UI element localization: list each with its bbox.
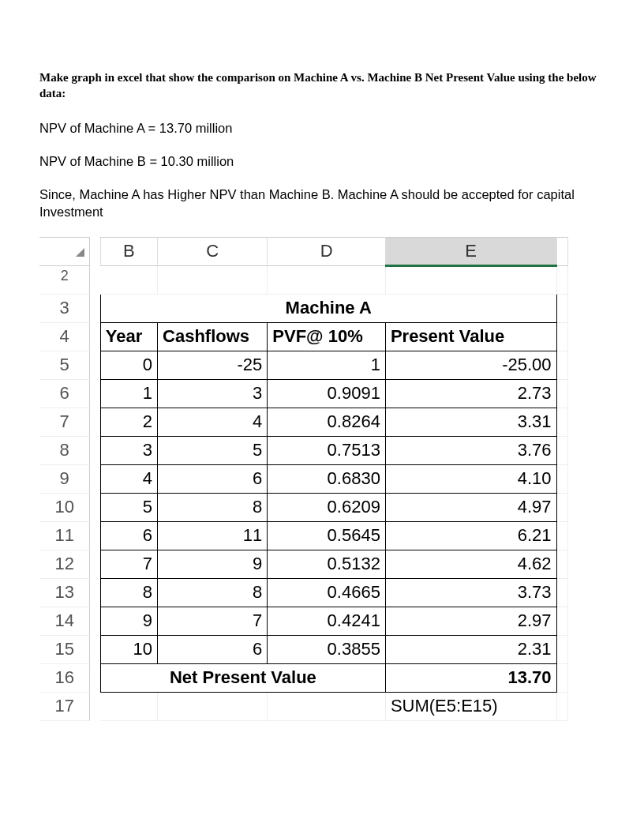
row-header-9[interactable]: 9 — [39, 464, 90, 493]
cell-B10[interactable]: 5 — [100, 493, 157, 521]
cell-F16[interactable] — [556, 663, 567, 692]
row-header-11[interactable]: 11 — [39, 521, 90, 550]
cell-B7[interactable]: 2 — [100, 408, 157, 436]
instruction-text: Make graph in excel that show the compar… — [39, 70, 605, 102]
cell-E13[interactable]: 3.73 — [385, 578, 556, 607]
cell-F11[interactable] — [556, 521, 567, 550]
header-cashflows[interactable]: Cashflows — [158, 322, 268, 351]
cell-E12[interactable]: 4.62 — [385, 550, 556, 578]
cell-C17[interactable] — [158, 692, 268, 720]
cell-E5[interactable]: -25.00 — [385, 351, 556, 379]
cell-D5[interactable]: 1 — [268, 351, 386, 379]
row-header-12[interactable]: 12 — [39, 550, 90, 578]
cell-F15[interactable] — [556, 635, 567, 663]
cell-D7[interactable]: 0.8264 — [268, 408, 386, 436]
col-header-C[interactable]: C — [158, 237, 268, 265]
cell-F3[interactable] — [556, 294, 567, 322]
cell-C9[interactable]: 6 — [158, 464, 268, 493]
cell-F2[interactable] — [556, 265, 567, 294]
cell-F12[interactable] — [556, 550, 567, 578]
cell-D12[interactable]: 0.5132 — [268, 550, 386, 578]
cell-C10[interactable]: 8 — [158, 493, 268, 521]
npv-value[interactable]: 13.70 — [385, 663, 556, 692]
table-title[interactable]: Machine A — [100, 294, 556, 322]
col-header-E[interactable]: E — [385, 237, 556, 265]
cell-E7[interactable]: 3.31 — [385, 408, 556, 436]
row-header-15[interactable]: 15 — [39, 635, 90, 663]
cell-E10[interactable]: 4.97 — [385, 493, 556, 521]
cell-F4[interactable] — [556, 322, 567, 351]
cell-B2[interactable] — [100, 265, 157, 294]
col-header-F[interactable] — [556, 237, 567, 265]
select-all-corner[interactable] — [39, 237, 90, 265]
cell-D10[interactable]: 0.6209 — [268, 493, 386, 521]
cell-B5[interactable]: 0 — [100, 351, 157, 379]
cell-F8[interactable] — [556, 436, 567, 464]
cell-D8[interactable]: 0.7513 — [268, 436, 386, 464]
npv-a-line: NPV of Machine A = 13.70 million — [39, 119, 605, 137]
cell-C13[interactable]: 8 — [158, 578, 268, 607]
cell-C14[interactable]: 7 — [158, 607, 268, 635]
cell-D2[interactable] — [268, 265, 386, 294]
cell-B8[interactable]: 3 — [100, 436, 157, 464]
cell-D14[interactable]: 0.4241 — [268, 607, 386, 635]
cell-C15[interactable]: 6 — [158, 635, 268, 663]
row-header-2[interactable]: 2 — [39, 265, 90, 294]
row-header-10[interactable]: 10 — [39, 493, 90, 521]
cell-F10[interactable] — [556, 493, 567, 521]
row-header-3[interactable]: 3 — [39, 294, 90, 322]
cell-D11[interactable]: 0.5645 — [268, 521, 386, 550]
cell-C6[interactable]: 3 — [158, 379, 268, 408]
cell-B13[interactable]: 8 — [100, 578, 157, 607]
cell-E11[interactable]: 6.21 — [385, 521, 556, 550]
cell-E15[interactable]: 2.31 — [385, 635, 556, 663]
cell-B17[interactable] — [100, 692, 157, 720]
cell-B15[interactable]: 10 — [100, 635, 157, 663]
row-header-7[interactable]: 7 — [39, 408, 90, 436]
cell-C2[interactable] — [158, 265, 268, 294]
cell-B6[interactable]: 1 — [100, 379, 157, 408]
row-header-8[interactable]: 8 — [39, 436, 90, 464]
cell-B11[interactable]: 6 — [100, 521, 157, 550]
col-header-D[interactable]: D — [268, 237, 386, 265]
cell-D9[interactable]: 0.6830 — [268, 464, 386, 493]
cell-D17[interactable] — [268, 692, 386, 720]
header-pvf[interactable]: PVF@ 10% — [268, 322, 386, 351]
cell-E8[interactable]: 3.76 — [385, 436, 556, 464]
gap-col — [90, 237, 100, 265]
cell-B9[interactable]: 4 — [100, 464, 157, 493]
cell-C11[interactable]: 11 — [158, 521, 268, 550]
row-header-5[interactable]: 5 — [39, 351, 90, 379]
cell-F9[interactable] — [556, 464, 567, 493]
header-present-value[interactable]: Present Value — [385, 322, 556, 351]
cell-F17[interactable] — [556, 692, 567, 720]
cell-F14[interactable] — [556, 607, 567, 635]
row-header-17[interactable]: 17 — [39, 692, 90, 720]
cell-C7[interactable]: 4 — [158, 408, 268, 436]
cell-E6[interactable]: 2.73 — [385, 379, 556, 408]
row-header-6[interactable]: 6 — [39, 379, 90, 408]
cell-E14[interactable]: 2.97 — [385, 607, 556, 635]
cell-D15[interactable]: 0.3855 — [268, 635, 386, 663]
row-header-4[interactable]: 4 — [39, 322, 90, 351]
cell-F7[interactable] — [556, 408, 567, 436]
col-header-B[interactable]: B — [100, 237, 157, 265]
row-header-14[interactable]: 14 — [39, 607, 90, 635]
npv-label[interactable]: Net Present Value — [100, 663, 385, 692]
cell-C8[interactable]: 5 — [158, 436, 268, 464]
row-header-16[interactable]: 16 — [39, 663, 90, 692]
cell-E9[interactable]: 4.10 — [385, 464, 556, 493]
cell-C5[interactable]: -25 — [158, 351, 268, 379]
cell-F13[interactable] — [556, 578, 567, 607]
cell-E2[interactable] — [385, 265, 556, 294]
cell-D13[interactable]: 0.4665 — [268, 578, 386, 607]
cell-F5[interactable] — [556, 351, 567, 379]
cell-E17-formula[interactable]: SUM(E5:E15) — [385, 692, 556, 720]
cell-F6[interactable] — [556, 379, 567, 408]
cell-C12[interactable]: 9 — [158, 550, 268, 578]
cell-B12[interactable]: 7 — [100, 550, 157, 578]
cell-B14[interactable]: 9 — [100, 607, 157, 635]
row-header-13[interactable]: 13 — [39, 578, 90, 607]
header-year[interactable]: Year — [100, 322, 157, 351]
cell-D6[interactable]: 0.9091 — [268, 379, 386, 408]
